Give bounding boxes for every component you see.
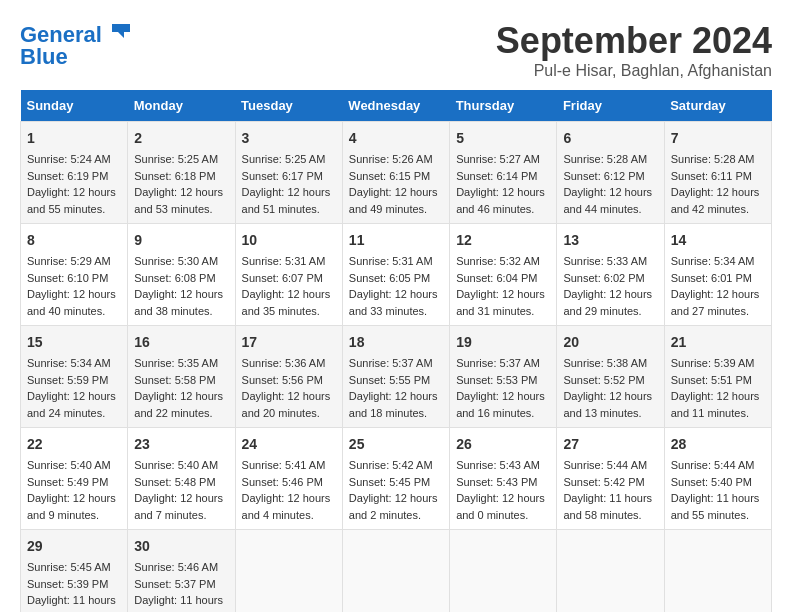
day-info: and 35 minutes. (242, 303, 336, 320)
day-number: 9 (134, 230, 228, 251)
day-number: 7 (671, 128, 765, 149)
calendar-week-row: 22Sunrise: 5:40 AMSunset: 5:49 PMDayligh… (21, 428, 772, 530)
day-number: 19 (456, 332, 550, 353)
day-info: Sunrise: 5:28 AM (671, 151, 765, 168)
calendar-cell: 5Sunrise: 5:27 AMSunset: 6:14 PMDaylight… (450, 122, 557, 224)
day-info: Sunrise: 5:40 AM (134, 457, 228, 474)
calendar-cell: 8Sunrise: 5:29 AMSunset: 6:10 PMDaylight… (21, 224, 128, 326)
calendar-cell (235, 530, 342, 613)
day-info: Sunrise: 5:37 AM (456, 355, 550, 372)
day-number: 24 (242, 434, 336, 455)
calendar-cell: 11Sunrise: 5:31 AMSunset: 6:05 PMDayligh… (342, 224, 449, 326)
day-number: 10 (242, 230, 336, 251)
day-info: Sunrise: 5:36 AM (242, 355, 336, 372)
calendar-week-row: 1Sunrise: 5:24 AMSunset: 6:19 PMDaylight… (21, 122, 772, 224)
day-info: Sunset: 6:10 PM (27, 270, 121, 287)
day-info: Daylight: 12 hours (671, 184, 765, 201)
calendar-cell: 1Sunrise: 5:24 AMSunset: 6:19 PMDaylight… (21, 122, 128, 224)
day-info: and 2 minutes. (349, 507, 443, 524)
day-number: 25 (349, 434, 443, 455)
calendar-cell: 18Sunrise: 5:37 AMSunset: 5:55 PMDayligh… (342, 326, 449, 428)
calendar-cell: 12Sunrise: 5:32 AMSunset: 6:04 PMDayligh… (450, 224, 557, 326)
day-info: Sunrise: 5:31 AM (242, 253, 336, 270)
day-info: Sunrise: 5:46 AM (134, 559, 228, 576)
day-number: 11 (349, 230, 443, 251)
day-info: Sunrise: 5:37 AM (349, 355, 443, 372)
day-info: and 46 minutes. (456, 201, 550, 218)
header-friday: Friday (557, 90, 664, 122)
day-info: Sunrise: 5:26 AM (349, 151, 443, 168)
day-info: Sunset: 5:46 PM (242, 474, 336, 491)
day-number: 14 (671, 230, 765, 251)
day-info: Sunset: 6:17 PM (242, 168, 336, 185)
day-info: Sunset: 5:55 PM (349, 372, 443, 389)
day-info: Sunset: 5:51 PM (671, 372, 765, 389)
day-info: Sunset: 5:56 PM (242, 372, 336, 389)
day-info: and 0 minutes. (456, 507, 550, 524)
day-info: Sunset: 5:40 PM (671, 474, 765, 491)
day-info: Sunrise: 5:35 AM (134, 355, 228, 372)
day-info: Daylight: 12 hours (563, 286, 657, 303)
calendar-cell (664, 530, 771, 613)
day-number: 4 (349, 128, 443, 149)
day-number: 20 (563, 332, 657, 353)
calendar-cell: 20Sunrise: 5:38 AMSunset: 5:52 PMDayligh… (557, 326, 664, 428)
day-number: 22 (27, 434, 121, 455)
header-saturday: Saturday (664, 90, 771, 122)
day-info: Sunrise: 5:30 AM (134, 253, 228, 270)
day-number: 23 (134, 434, 228, 455)
day-info: Daylight: 12 hours (242, 388, 336, 405)
day-number: 30 (134, 536, 228, 557)
day-info: Daylight: 11 hours (134, 592, 228, 609)
day-info: Sunset: 5:42 PM (563, 474, 657, 491)
day-info: and 55 minutes. (27, 201, 121, 218)
svg-marker-0 (112, 24, 130, 38)
day-info: Sunrise: 5:33 AM (563, 253, 657, 270)
day-info: and 58 minutes. (563, 507, 657, 524)
header-monday: Monday (128, 90, 235, 122)
calendar-cell (557, 530, 664, 613)
day-info: and 44 minutes. (563, 201, 657, 218)
calendar-cell: 9Sunrise: 5:30 AMSunset: 6:08 PMDaylight… (128, 224, 235, 326)
day-info: Sunset: 6:19 PM (27, 168, 121, 185)
day-info: Sunset: 5:53 PM (456, 372, 550, 389)
day-info: Sunrise: 5:39 AM (671, 355, 765, 372)
day-info: Sunrise: 5:43 AM (456, 457, 550, 474)
day-info: and 4 minutes. (242, 507, 336, 524)
page-header: General Blue September 2024 Pul-e Hisar,… (20, 20, 772, 80)
day-info: Daylight: 12 hours (27, 490, 121, 507)
calendar-cell: 13Sunrise: 5:33 AMSunset: 6:02 PMDayligh… (557, 224, 664, 326)
calendar-cell: 17Sunrise: 5:36 AMSunset: 5:56 PMDayligh… (235, 326, 342, 428)
header-sunday: Sunday (21, 90, 128, 122)
day-number: 15 (27, 332, 121, 353)
calendar-cell: 21Sunrise: 5:39 AMSunset: 5:51 PMDayligh… (664, 326, 771, 428)
calendar-cell: 24Sunrise: 5:41 AMSunset: 5:46 PMDayligh… (235, 428, 342, 530)
calendar-cell: 29Sunrise: 5:45 AMSunset: 5:39 PMDayligh… (21, 530, 128, 613)
day-info: Daylight: 11 hours (671, 490, 765, 507)
calendar-cell: 22Sunrise: 5:40 AMSunset: 5:49 PMDayligh… (21, 428, 128, 530)
calendar-cell: 26Sunrise: 5:43 AMSunset: 5:43 PMDayligh… (450, 428, 557, 530)
day-info: Sunrise: 5:25 AM (242, 151, 336, 168)
day-number: 6 (563, 128, 657, 149)
day-info: and 22 minutes. (134, 405, 228, 422)
day-info: Sunrise: 5:34 AM (27, 355, 121, 372)
day-info: Sunrise: 5:41 AM (242, 457, 336, 474)
logo-arrow-icon (110, 20, 132, 48)
day-info: Daylight: 12 hours (27, 388, 121, 405)
day-info: Sunrise: 5:28 AM (563, 151, 657, 168)
day-info: Daylight: 12 hours (671, 286, 765, 303)
day-info: and 53 minutes. (134, 201, 228, 218)
day-info: Daylight: 12 hours (242, 286, 336, 303)
day-info: Sunrise: 5:24 AM (27, 151, 121, 168)
day-info: Daylight: 12 hours (134, 490, 228, 507)
day-info: and 51 minutes. (134, 609, 228, 613)
day-info: Sunset: 5:48 PM (134, 474, 228, 491)
day-info: and 33 minutes. (349, 303, 443, 320)
calendar-table: Sunday Monday Tuesday Wednesday Thursday… (20, 90, 772, 612)
calendar-week-row: 8Sunrise: 5:29 AMSunset: 6:10 PMDaylight… (21, 224, 772, 326)
day-info: and 16 minutes. (456, 405, 550, 422)
day-info: and 55 minutes. (671, 507, 765, 524)
day-info: Sunset: 6:01 PM (671, 270, 765, 287)
day-info: and 11 minutes. (671, 405, 765, 422)
calendar-cell: 6Sunrise: 5:28 AMSunset: 6:12 PMDaylight… (557, 122, 664, 224)
